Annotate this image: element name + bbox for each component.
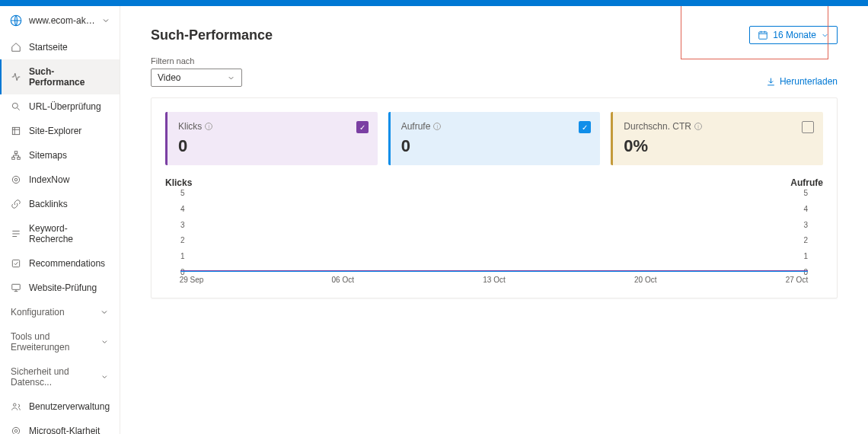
- info-icon[interactable]: i: [205, 123, 212, 130]
- chevron-down-icon: [100, 308, 109, 317]
- y-tick: 3: [803, 220, 808, 228]
- sidebar-label: URL-Überprüfung: [29, 101, 101, 112]
- sidebar-label: Backlinks: [29, 199, 68, 209]
- metric-label: Aufrufe: [401, 121, 431, 132]
- sidebar-item-microsoft-klarheit[interactable]: Microsoft-Klarheit: [0, 419, 120, 434]
- group-label: Sicherheit und Datensc...: [11, 366, 101, 388]
- chevron-down-icon: [101, 337, 109, 346]
- svg-point-6: [14, 178, 18, 181]
- main-content: Such-Performance 16 Monate Filtern nach …: [120, 6, 868, 434]
- chevron-down-icon: [101, 372, 109, 381]
- sidebar-group-konfiguration[interactable]: Konfiguration: [0, 300, 120, 324]
- y-tick: 5: [180, 189, 185, 197]
- svg-rect-5: [18, 157, 21, 159]
- x-tick: 06 Oct: [332, 276, 354, 284]
- chart: Klicks Aufrufe 001122334455 29 Sep06 Oct…: [165, 177, 823, 284]
- sidebar-item-keyword-recherche[interactable]: Keyword-Recherche: [0, 216, 120, 251]
- sidebar-item-website-pruefung[interactable]: Website-Prüfung: [0, 276, 120, 300]
- group-label: Tools und Erweiterungen: [11, 331, 101, 353]
- y-tick: 1: [803, 252, 808, 260]
- pulse-icon: [11, 72, 21, 82]
- svg-rect-3: [14, 152, 18, 154]
- chevron-down-icon: [821, 31, 829, 40]
- y-tick: 0: [803, 268, 808, 276]
- x-tick: 29 Sep: [180, 276, 204, 284]
- site-selector[interactable]: www.ecom-aktuell.de/: [0, 6, 120, 35]
- list-icon: [11, 228, 21, 239]
- site-url: www.ecom-aktuell.de/: [29, 15, 95, 26]
- info-icon[interactable]: i: [433, 123, 441, 130]
- sidebar-label: IndexNow: [29, 174, 69, 185]
- search-icon: [11, 101, 21, 112]
- sidebar-label: Sitemaps: [29, 150, 67, 161]
- monitor-icon: [11, 282, 21, 293]
- chart-right-axis-label: Aufrufe: [790, 177, 823, 188]
- sidebar-label: Site-Explorer: [29, 126, 81, 136]
- date-range-label: 16 Monate: [773, 30, 816, 40]
- date-range-button[interactable]: 16 Monate: [749, 26, 838, 44]
- svg-point-10: [14, 404, 17, 407]
- sidebar-label: Microsoft-Klarheit: [29, 426, 100, 434]
- metric-klicks[interactable]: Klicks i 0 ✓: [165, 112, 378, 165]
- sidebar-item-indexnow[interactable]: IndexNow: [0, 168, 120, 192]
- download-label: Herunterladen: [780, 76, 838, 87]
- metric-label: Durchschn. CTR: [624, 121, 691, 132]
- sidebar-item-such-performance[interactable]: Such-Performance: [0, 59, 120, 94]
- chart-flatline: [180, 270, 808, 272]
- sidebar-label: Such-Performance: [29, 66, 109, 88]
- users-icon: [11, 401, 21, 412]
- sidebar: www.ecom-aktuell.de/ Startseite Such-Per…: [0, 6, 120, 434]
- sidebar-item-recommendations[interactable]: Recommendations: [0, 251, 120, 276]
- sidebar-item-backlinks[interactable]: Backlinks: [0, 192, 120, 216]
- sidebar-label: Keyword-Recherche: [29, 223, 109, 244]
- y-tick: 5: [803, 189, 808, 197]
- svg-rect-2: [12, 127, 19, 134]
- group-label: Konfiguration: [11, 307, 65, 318]
- svg-point-11: [12, 427, 19, 434]
- sidebar-label: Benutzerverwaltung: [29, 401, 110, 412]
- sidebar-item-benutzerverwaltung[interactable]: Benutzerverwaltung: [0, 394, 120, 419]
- checkbox-unchecked-icon[interactable]: [802, 121, 814, 133]
- x-tick: 20 Oct: [634, 276, 656, 284]
- globe-icon: [9, 14, 23, 27]
- y-tick: 2: [803, 236, 808, 244]
- home-icon: [11, 42, 21, 53]
- y-tick: 1: [180, 252, 185, 260]
- checkbox-checked-icon[interactable]: ✓: [579, 121, 591, 133]
- svg-rect-13: [759, 32, 767, 39]
- download-icon: [766, 77, 776, 87]
- clarity-icon: [11, 426, 21, 434]
- sidebar-label: Recommendations: [29, 258, 105, 269]
- sidebar-item-startseite[interactable]: Startseite: [0, 35, 120, 59]
- x-tick: 13 Oct: [483, 276, 505, 284]
- svg-rect-4: [12, 157, 15, 159]
- calendar-icon: [758, 30, 768, 40]
- badge-icon: [11, 258, 21, 269]
- sidebar-item-url-ueberpruefung[interactable]: URL-Überprüfung: [0, 94, 120, 119]
- metric-aufrufe[interactable]: Aufrufe i 0 ✓: [388, 112, 601, 165]
- metric-label: Klicks: [178, 121, 202, 132]
- filter-select[interactable]: Video: [151, 69, 242, 87]
- checkbox-checked-icon[interactable]: ✓: [356, 121, 369, 133]
- metric-value: 0%: [624, 136, 812, 156]
- performance-card: Klicks i 0 ✓ Aufrufe i 0 ✓ Durch: [151, 97, 838, 298]
- sidebar-item-sitemaps[interactable]: Sitemaps: [0, 143, 120, 168]
- sitemap-icon: [11, 150, 21, 161]
- sidebar-item-site-explorer[interactable]: Site-Explorer: [0, 119, 120, 143]
- y-tick: 3: [180, 220, 185, 228]
- info-icon[interactable]: i: [694, 123, 702, 130]
- x-tick: 27 Oct: [786, 276, 808, 284]
- chevron-down-icon: [227, 74, 235, 82]
- chart-left-axis-label: Klicks: [165, 177, 192, 188]
- svg-rect-8: [12, 260, 19, 266]
- filter-label: Filtern nach: [151, 56, 242, 65]
- y-tick: 4: [803, 204, 808, 212]
- metric-value: 0: [401, 136, 590, 156]
- sidebar-group-tools[interactable]: Tools und Erweiterungen: [0, 324, 120, 359]
- layers-icon: [11, 126, 21, 136]
- svg-rect-9: [12, 284, 21, 289]
- metric-ctr[interactable]: Durchschn. CTR i 0%: [611, 112, 823, 165]
- download-link[interactable]: Herunterladen: [766, 76, 838, 87]
- sidebar-group-sicherheit[interactable]: Sicherheit und Datensc...: [0, 359, 120, 394]
- y-tick: 0: [180, 268, 185, 276]
